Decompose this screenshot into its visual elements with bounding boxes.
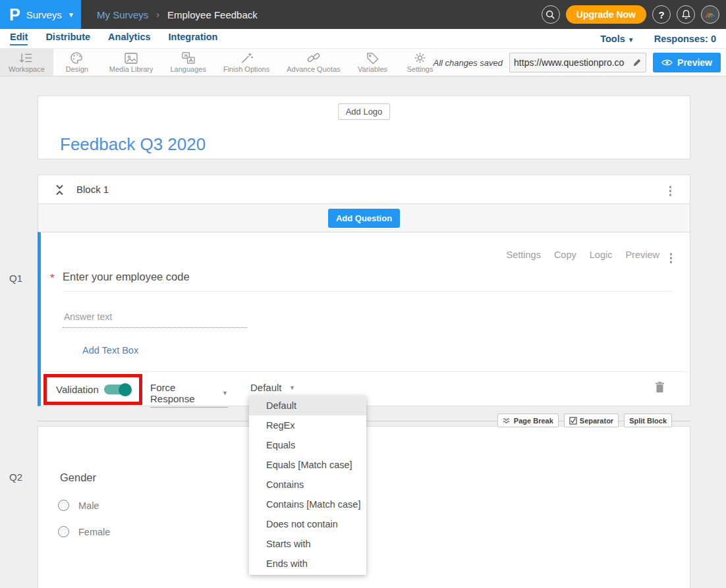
toolbar-variables[interactable]: Variables	[349, 49, 397, 76]
checkbox-icon	[569, 417, 577, 425]
eye-icon	[661, 59, 673, 67]
account-menu-button[interactable]	[701, 5, 719, 24]
add-question-button[interactable]: Add Question	[328, 209, 400, 228]
question-1-text[interactable]: Enter your employee code	[63, 271, 190, 283]
collapse-block-button[interactable]	[55, 184, 65, 199]
question-1-id: Q1	[9, 273, 22, 284]
question-1-card: Settings Copy Logic Preview * Enter your…	[38, 232, 690, 406]
preview-button[interactable]: Preview	[653, 53, 721, 72]
tag-icon	[366, 51, 379, 65]
answer-input-line	[63, 327, 247, 328]
add-text-box-link[interactable]: Add Text Box	[82, 345, 138, 356]
survey-title[interactable]: Feedback Q3 2020	[60, 134, 206, 155]
survey-header-card: Add Logo Feedback Q3 2020	[38, 95, 690, 159]
main-nav: Edit Distribute Analytics Integration To…	[0, 29, 726, 48]
edit-url-button[interactable]	[628, 58, 646, 67]
question-copy-link[interactable]: Copy	[554, 250, 576, 260]
toolbar-media-library[interactable]: Media Library	[101, 49, 162, 76]
validation-type-dropdown: Default RegEx Equals Equals [Match case]…	[249, 396, 366, 575]
question-2-id: Q2	[9, 471, 22, 483]
help-button[interactable]: ?	[652, 5, 671, 24]
breadcrumb-current-survey: Employee Feedback	[167, 9, 258, 20]
breadcrumb-my-surveys[interactable]: My Surveys	[97, 9, 148, 20]
notifications-button[interactable]	[677, 5, 695, 24]
chevron-down-icon	[289, 385, 295, 391]
required-marker: *	[50, 272, 55, 285]
tools-menu[interactable]: Tools	[600, 34, 634, 44]
block-header: Block 1	[38, 174, 690, 204]
block-title[interactable]: Block 1	[76, 184, 109, 195]
save-status: All changes saved	[433, 58, 503, 68]
question-settings-link[interactable]: Settings	[506, 250, 540, 260]
question-2-text[interactable]: Gender	[60, 471, 96, 484]
editor-toolbar: Workspace Design Media Library Languages…	[0, 48, 726, 76]
radio-icon[interactable]	[58, 500, 69, 511]
validation-divider	[41, 371, 690, 372]
dropdown-option-equals[interactable]: Equals	[249, 435, 366, 455]
dropdown-option-starts-with[interactable]: Starts with	[249, 534, 366, 554]
workspace-icon	[19, 51, 34, 65]
question-preview-link[interactable]: Preview	[625, 250, 659, 260]
dropdown-option-contains-match-case[interactable]: Contains [Match case]	[249, 494, 366, 514]
search-icon	[545, 10, 555, 20]
question-text-underline	[63, 291, 673, 292]
validation-type-select[interactable]: Default	[250, 382, 295, 396]
dropdown-option-contains[interactable]: Contains	[249, 475, 366, 494]
radio-icon[interactable]	[58, 526, 69, 537]
dropdown-option-equals-match-case[interactable]: Equals [Match case]	[249, 455, 366, 475]
block-insert-tools: Page Break Separator Split Block	[497, 414, 672, 427]
toolbar-workspace[interactable]: Workspace	[0, 49, 53, 76]
survey-editor-app: P Surveys My Surveys › Employee Feedback…	[0, 0, 726, 588]
tab-distribute[interactable]: Distribute	[45, 32, 90, 45]
tab-integration[interactable]: Integration	[169, 32, 218, 45]
force-response-select[interactable]: Force Response	[150, 382, 228, 408]
option-male[interactable]: Male	[58, 500, 99, 511]
dropdown-option-ends-with[interactable]: Ends with	[249, 554, 366, 574]
add-logo-button[interactable]: Add Logo	[338, 103, 391, 120]
chevron-down-icon	[68, 11, 74, 18]
split-block-button[interactable]: Split Block	[624, 414, 672, 427]
toolbar-design[interactable]: Design	[53, 49, 101, 76]
translate-icon	[181, 51, 196, 65]
question-menu-button[interactable]	[668, 251, 675, 265]
separator-button[interactable]: Separator	[564, 414, 619, 427]
search-button[interactable]	[542, 5, 560, 24]
header-actions: Upgrade Now ?	[542, 5, 719, 24]
question-mark-icon: ?	[658, 9, 664, 20]
wand-icon	[240, 51, 254, 65]
collapse-icon	[55, 184, 65, 196]
chevron-down-icon	[222, 390, 228, 396]
dropdown-option-default[interactable]: Default	[249, 396, 366, 415]
survey-url-input[interactable]	[510, 57, 628, 68]
option-female[interactable]: Female	[58, 526, 110, 537]
image-icon	[124, 51, 138, 65]
page-break-button[interactable]: Page Break	[497, 414, 559, 427]
question-actions: Settings Copy Logic Preview	[506, 250, 659, 260]
dropdown-option-regex[interactable]: RegEx	[249, 415, 366, 435]
tab-analytics[interactable]: Analytics	[108, 32, 150, 45]
delete-question-button[interactable]	[655, 381, 665, 396]
breadcrumb-separator-icon: ›	[156, 9, 159, 20]
avatar-icon	[704, 9, 717, 20]
questionpro-logo-icon: P	[9, 0, 20, 29]
gear-icon	[413, 51, 427, 65]
validation-toggle[interactable]	[104, 385, 130, 394]
dropdown-option-does-not-contain[interactable]: Does not contain	[249, 514, 366, 534]
responses-count[interactable]: Responses: 0	[654, 34, 716, 44]
product-switcher[interactable]: P Surveys	[0, 0, 81, 29]
toolbar-languages[interactable]: Languages	[161, 49, 214, 76]
validation-label: Validation	[56, 384, 99, 395]
tab-edit[interactable]: Edit	[10, 32, 28, 45]
pencil-icon	[632, 58, 642, 67]
survey-url-field	[509, 53, 646, 72]
toolbar-advance-quotas[interactable]: Advance Quotas	[278, 49, 349, 76]
question-logic-link[interactable]: Logic	[590, 250, 613, 260]
block-menu-button[interactable]	[667, 184, 674, 198]
upgrade-now-button[interactable]: Upgrade Now	[566, 5, 646, 24]
bell-icon	[681, 9, 691, 20]
toggle-knob	[119, 383, 132, 396]
product-name: Surveys	[26, 9, 62, 20]
answer-text-placeholder[interactable]: Answer text	[64, 311, 112, 322]
toolbar-finish-options[interactable]: Finish Options	[215, 49, 278, 76]
add-question-row: Add Question	[38, 204, 690, 232]
